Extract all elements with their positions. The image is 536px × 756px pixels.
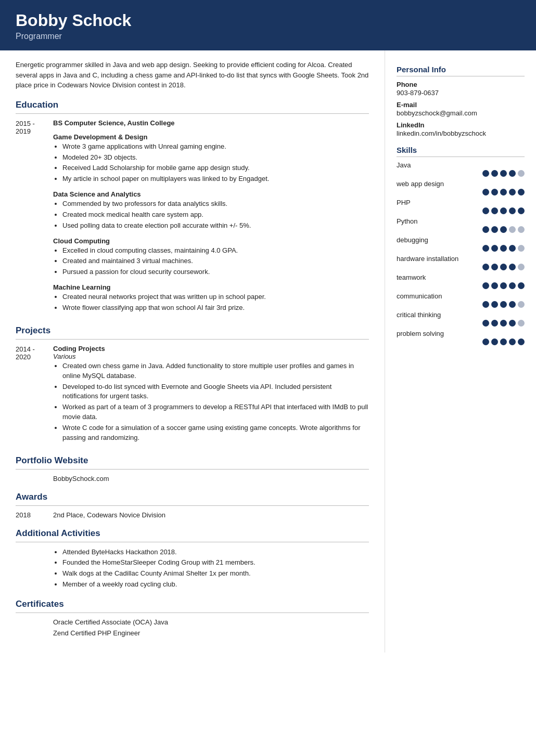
skill-dot-empty — [518, 170, 525, 177]
skill-dot-filled — [491, 226, 498, 233]
edu-bullet: My article in school paper on multiplaye… — [62, 174, 369, 184]
proj-content: Coding Projects Various Created own ches… — [53, 345, 369, 446]
skill-name: Python — [397, 217, 525, 225]
award-year: 2018 — [16, 511, 53, 519]
skill-dot-filled — [500, 338, 507, 345]
skill-dot-filled — [500, 301, 507, 308]
edu-bullets-1: Wrote 3 game applications with Unreal ga… — [62, 142, 369, 184]
email-label: E-mail — [397, 101, 525, 109]
certificates-divider — [16, 612, 369, 613]
skill-dots — [397, 207, 525, 214]
edu-content: BS Computer Science, Austin College Game… — [53, 119, 369, 316]
skill-name: problem solving — [397, 330, 525, 337]
skill-dots — [397, 282, 525, 289]
skill-dot-empty — [518, 301, 525, 308]
activities-section-title: Additional Activities — [16, 528, 369, 539]
proj-title: Coding Projects — [53, 345, 369, 353]
skill-row: critical thinking — [397, 311, 525, 327]
edu-bullet: Modeled 20+ 3D objects. — [62, 153, 369, 163]
education-section-title: Education — [16, 100, 369, 110]
skill-dots — [397, 226, 525, 233]
skill-dot-filled — [491, 245, 498, 252]
edu-bullet: Wrote flower classifying app that won sc… — [62, 303, 369, 313]
skill-dots — [397, 170, 525, 177]
skill-dot-filled — [509, 245, 516, 252]
skill-dot-filled — [491, 282, 498, 289]
skill-dot-filled — [509, 338, 516, 345]
edu-bullet: Created neural networks project that was… — [62, 292, 369, 302]
skill-row: web app design — [397, 180, 525, 195]
skill-dot-filled — [491, 264, 498, 270]
proj-subtitle: Various — [53, 353, 369, 360]
skill-dots — [397, 338, 525, 345]
skill-dot-empty — [518, 320, 525, 327]
edu-bullet: Excelled in cloud computing classes, mai… — [62, 246, 369, 256]
personal-info-divider — [397, 76, 525, 76]
skill-dot-filled — [500, 320, 507, 327]
education-entry: 2015 -2019 BS Computer Science, Austin C… — [16, 119, 369, 316]
skill-dot-filled — [482, 170, 489, 177]
award-entry: 2018 2nd Place, Codewars Novice Division — [16, 511, 369, 519]
skill-row: Java — [397, 161, 525, 177]
skill-dot-filled — [509, 301, 516, 308]
edu-bullets-4: Created neural networks project that was… — [62, 292, 369, 313]
edu-institution: BS Computer Science, Austin College — [53, 119, 369, 127]
skill-dot-filled — [482, 189, 489, 195]
skill-dot-filled — [491, 338, 498, 345]
edu-sub-3: Cloud Computing — [53, 237, 369, 245]
skill-name: critical thinking — [397, 311, 525, 319]
skill-dot-filled — [518, 207, 525, 214]
header-title: Programmer — [16, 32, 520, 41]
skill-dot-filled — [482, 207, 489, 214]
awards-divider — [16, 505, 369, 506]
skill-dots — [397, 264, 525, 270]
skill-dot-filled — [491, 207, 498, 214]
skills-title: Skills — [397, 146, 525, 154]
portfolio-section-title: Portfolio Website — [16, 455, 369, 466]
activity-bullet: Member of a weekly road cycling club. — [62, 580, 369, 590]
skill-row: communication — [397, 292, 525, 308]
skill-dots — [397, 301, 525, 308]
skill-name: PHP — [397, 199, 525, 206]
skill-dot-filled — [482, 226, 489, 233]
skill-dot-filled — [518, 338, 525, 345]
edu-bullet: Created and maintained 3 virtual machine… — [62, 256, 369, 266]
skill-dot-filled — [500, 226, 507, 233]
skill-dot-filled — [509, 207, 516, 214]
skills-container: Javaweb app designPHPPythondebugginghard… — [397, 161, 525, 345]
projects-section-title: Projects — [16, 325, 369, 336]
skill-dot-filled — [509, 170, 516, 177]
edu-sub-4: Machine Learning — [53, 283, 369, 291]
resume-header: Bobby Schock Programmer — [0, 0, 536, 50]
skill-dots — [397, 320, 525, 327]
skill-name: Java — [397, 161, 525, 169]
personal-info-title: Personal Info — [397, 65, 525, 74]
skill-dot-filled — [518, 189, 525, 195]
left-column: Energetic programmer skilled in Java and… — [0, 50, 385, 653]
skill-row: problem solving — [397, 330, 525, 345]
skill-dot-filled — [518, 282, 525, 289]
edu-sub-2: Data Science and Analytics — [53, 190, 369, 198]
skill-dot-filled — [482, 301, 489, 308]
skill-dot-filled — [500, 282, 507, 289]
edu-bullet: Pursued a passion for cloud security cou… — [62, 267, 369, 277]
skill-name: debugging — [397, 236, 525, 244]
education-divider — [16, 113, 369, 114]
skill-dot-empty — [509, 226, 516, 233]
skill-dot-filled — [500, 264, 507, 270]
activity-bullet: Walk dogs at the Cadillac County Animal … — [62, 569, 369, 579]
phone-value: 903-879-0637 — [397, 89, 525, 97]
email-value: bobbyzschock@gmail.com — [397, 109, 525, 117]
certificate-1: Oracle Certified Associate (OCA) Java — [53, 618, 369, 626]
edu-bullet: Commended by two professors for data ana… — [62, 199, 369, 209]
activity-bullet: Founded the HomeStarSleeper Coding Group… — [62, 558, 369, 568]
project-entry: 2014 -2020 Coding Projects Various Creat… — [16, 345, 369, 446]
linkedin-value: linkedin.com/in/bobbyzschock — [397, 129, 525, 137]
skill-row: PHP — [397, 199, 525, 214]
skill-dot-empty — [518, 264, 525, 270]
activities-divider — [16, 542, 369, 542]
portfolio-value: BobbySchock.com — [53, 475, 369, 483]
proj-dates: 2014 -2020 — [16, 345, 53, 446]
portfolio-divider — [16, 469, 369, 470]
skill-row: teamwork — [397, 273, 525, 289]
